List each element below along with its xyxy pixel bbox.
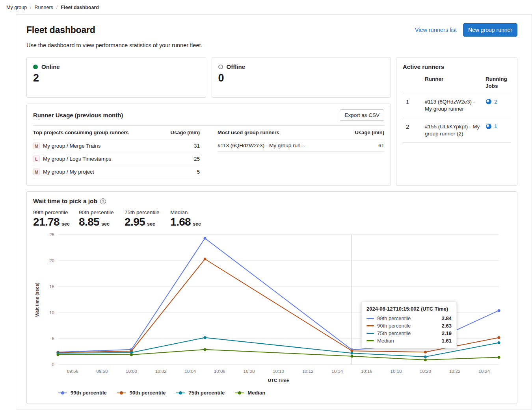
- svg-text:10:14: 10:14: [331, 369, 343, 374]
- wait-time-chart[interactable]: 051015202509:5609:5810:0010:0210:0410:06…: [33, 232, 511, 389]
- new-group-runner-button[interactable]: New group runner: [463, 23, 517, 37]
- online-status-icon: [33, 65, 38, 69]
- project-usage-minutes: 31: [194, 143, 200, 149]
- stat-unit: sec: [147, 221, 155, 227]
- project-name: My group / Logs Timestamps: [43, 156, 111, 162]
- runner-usage-card: Runner Usage (previous month) Export as …: [26, 104, 391, 186]
- export-csv-button[interactable]: Export as CSV: [340, 109, 384, 121]
- svg-text:0: 0: [52, 362, 54, 367]
- offline-runners-card: Offline 0: [212, 57, 391, 98]
- breadcrumb-runners[interactable]: Runners: [35, 5, 53, 10]
- help-icon[interactable]: ?: [100, 198, 106, 204]
- runner-usage-minutes: 61: [378, 143, 384, 148]
- svg-text:Wait time (secs): Wait time (secs): [35, 282, 39, 317]
- tooltip-row: 90th percentile 2.63: [366, 322, 452, 330]
- breadcrumb-my-group[interactable]: My group: [6, 5, 27, 10]
- series-marker: [366, 333, 374, 334]
- svg-text:10:20: 10:20: [420, 369, 431, 374]
- wait-time-card: Wait time to pick a job ? 99th percentil…: [26, 191, 517, 404]
- wait-time-title: Wait time to pick a job: [33, 198, 97, 205]
- svg-text:09:56: 09:56: [67, 369, 78, 374]
- breadcrumb-fleet-dashboard: Fleet dashboard: [61, 5, 99, 10]
- running-jobs-cell[interactable]: 2: [485, 98, 511, 105]
- view-runners-list-link[interactable]: View runners list: [415, 27, 457, 33]
- content-frame: Fleet dashboard View runners list New gr…: [16, 14, 532, 409]
- active-runner-row: 1 #113 (6QHdzW2e3) - My group runner 2: [403, 93, 511, 118]
- active-runners-card: Active runners Runner Running Jobs 1 #11…: [396, 57, 517, 186]
- header-actions: View runners list New group runner: [415, 23, 517, 37]
- series-marker: [366, 318, 374, 319]
- project-name: My group / Merge Trains: [43, 143, 100, 149]
- running-jobs-cell[interactable]: 1: [485, 123, 511, 130]
- offline-count: 0: [218, 72, 385, 84]
- svg-text:25: 25: [49, 232, 54, 237]
- usage-min-header: Usage (min): [355, 130, 384, 135]
- breadcrumb-separator: /: [56, 5, 58, 10]
- project-avatar: M: [33, 169, 40, 175]
- table-row: #113 (6QHdzW2e3) - My group run... 61: [218, 139, 384, 152]
- chart-legend: 99th percentile 90th percentile 75th per…: [58, 390, 511, 396]
- svg-text:10:10: 10:10: [273, 369, 284, 374]
- runner-link[interactable]: #113 (6QHdzW2e3) - My group runner: [425, 98, 482, 113]
- tooltip-row: 99th percentile 2.84: [366, 315, 452, 322]
- table-row: M My group / Merge Trains 31: [33, 139, 200, 152]
- running-status-icon: [485, 123, 492, 130]
- offline-status-icon: [218, 65, 223, 69]
- top-projects-table: Top projects consuming group runners Usa…: [33, 126, 200, 178]
- series-marker: [176, 393, 185, 393]
- project-avatar: L: [33, 156, 40, 162]
- active-runners-title: Active runners: [403, 63, 511, 70]
- svg-text:10:18: 10:18: [391, 369, 402, 374]
- running-jobs-count: 1: [494, 123, 497, 129]
- page-header: Fleet dashboard View runners list New gr…: [26, 23, 517, 37]
- stat-value: 1.68: [170, 216, 191, 228]
- project-name: My group / My project: [43, 169, 94, 175]
- svg-text:10:08: 10:08: [244, 369, 255, 374]
- series-marker: [366, 325, 374, 326]
- svg-text:09:58: 09:58: [97, 369, 108, 374]
- svg-text:10:04: 10:04: [184, 369, 196, 374]
- project-avatar: M: [33, 143, 40, 149]
- top-projects-header: Top projects consuming group runners: [33, 130, 128, 135]
- tooltip-title: 2024-06-12T10:15:00Z (UTC Time): [366, 306, 452, 312]
- online-label: Online: [41, 63, 60, 70]
- stat-value: 21.78: [33, 216, 60, 228]
- series-marker: [117, 393, 126, 393]
- series-marker: [235, 393, 244, 393]
- tooltip-row: Median 1.61: [366, 337, 452, 344]
- svg-text:10:00: 10:00: [126, 369, 137, 374]
- legend-item-median[interactable]: Median: [235, 390, 265, 396]
- offline-label: Offline: [227, 63, 246, 70]
- most-used-runners-header: Most used group runners: [218, 130, 279, 135]
- legend-item-75th[interactable]: 75th percentile: [176, 390, 225, 396]
- running-status-icon: [485, 98, 492, 105]
- stat-75th-percentile: 75th percentile 2.95 sec: [125, 209, 164, 228]
- runner-rank: 2: [403, 123, 421, 130]
- active-runner-row: 2 #155 (ULkKYpkpt) - My group runner (2)…: [403, 118, 511, 143]
- wait-time-stats: 99th percentile 21.78 sec 90th percentil…: [33, 209, 511, 228]
- runner-usage-title: Runner Usage (previous month): [33, 112, 123, 119]
- runner-rank: 1: [403, 98, 421, 105]
- svg-text:10:02: 10:02: [155, 369, 167, 374]
- page-title: Fleet dashboard: [26, 25, 95, 35]
- legend-item-99th[interactable]: 99th percentile: [58, 390, 107, 396]
- page-description: Use the dashboard to view performance st…: [26, 42, 517, 48]
- runner-link[interactable]: #155 (ULkKYpkpt) - My group runner (2): [425, 123, 482, 137]
- online-runners-card: Online 2: [26, 57, 206, 98]
- svg-text:10:16: 10:16: [361, 369, 372, 374]
- stat-median: Median 1.68 sec: [170, 209, 209, 228]
- project-usage-minutes: 25: [194, 156, 200, 162]
- series-marker: [366, 340, 374, 341]
- table-row: L My group / Logs Timestamps 25: [33, 152, 200, 165]
- most-used-runners-table: Most used group runners Usage (min) #113…: [218, 126, 384, 178]
- stat-99th-percentile: 99th percentile 21.78 sec: [33, 209, 72, 228]
- legend-item-90th[interactable]: 90th percentile: [117, 390, 166, 396]
- runner-column-header: Runner: [425, 76, 482, 89]
- svg-text:10:24: 10:24: [478, 369, 490, 374]
- stat-unit: sec: [101, 221, 110, 227]
- online-count: 2: [33, 72, 199, 84]
- svg-text:10: 10: [49, 310, 54, 315]
- svg-text:15: 15: [49, 284, 54, 289]
- stat-value: 8.85: [79, 216, 99, 228]
- table-row: M My group / My project 5: [33, 165, 200, 178]
